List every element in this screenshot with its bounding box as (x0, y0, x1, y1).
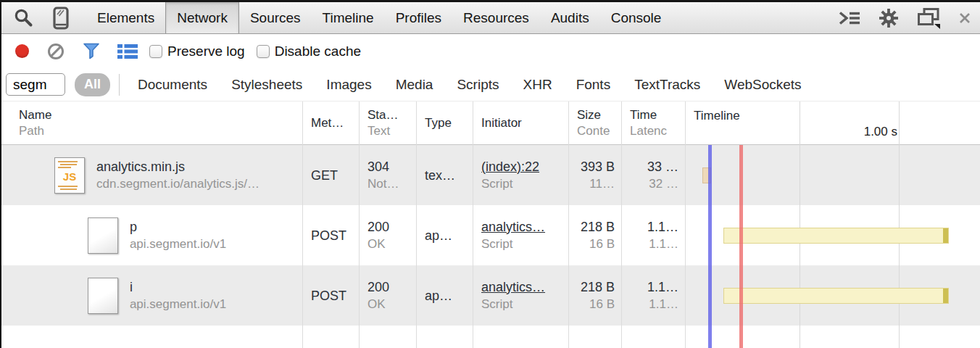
filter-separator (119, 74, 120, 96)
filter-scripts[interactable]: Scripts (457, 77, 499, 93)
request-path: cdn.segment.io/analytics.js/… (96, 175, 259, 193)
filter-media[interactable]: Media (396, 77, 433, 93)
column-header-status[interactable]: Sta… Text (359, 102, 416, 144)
initiator-cell: (index):22 Script (473, 145, 568, 205)
devtools-window: Elements Network Sources Timeline Profil… (0, 0, 980, 348)
column-header-type[interactable]: Type (416, 102, 473, 144)
tab-sources[interactable]: Sources (239, 2, 312, 33)
disable-cache-checkbox[interactable] (257, 45, 270, 58)
resource-rows-view-icon[interactable] (117, 44, 138, 59)
column-divider (302, 102, 303, 348)
status-cell: 200 OK (359, 265, 416, 326)
panel-tabs: Elements Network Sources Timeline Profil… (86, 2, 672, 33)
type-cell: ap… (416, 265, 473, 326)
preserve-log-control: Preserve log (149, 44, 245, 59)
tab-audits[interactable]: Audits (540, 2, 600, 33)
status-cell: 304 Not… (359, 145, 416, 205)
column-header-time[interactable]: Time Latenc (621, 102, 685, 144)
filter-websockets[interactable]: WebSockets (724, 77, 801, 93)
filter-funnel-icon[interactable] (83, 43, 100, 59)
request-name: i (130, 278, 226, 296)
column-header-method[interactable]: Met… (302, 102, 359, 144)
column-divider (568, 102, 569, 348)
tab-timeline[interactable]: Timeline (312, 2, 385, 33)
requests-table: Name Path Met… Sta… Text Type Initiator … (1, 102, 980, 348)
initiator-cell: analytics… Script (473, 265, 568, 326)
tab-network[interactable]: Network (165, 2, 239, 33)
clear-icon[interactable] (46, 42, 65, 61)
column-header-initiator[interactable]: Initiator (473, 102, 568, 144)
timeline-cell (685, 265, 980, 326)
device-mode-icon[interactable] (53, 7, 69, 30)
tab-elements[interactable]: Elements (86, 2, 165, 33)
main-toolbar: Elements Network Sources Timeline Profil… (1, 2, 980, 34)
timeline-cell (685, 145, 980, 205)
timeline-gridline (800, 102, 800, 348)
size-cell: 218 B 16 B (568, 265, 621, 326)
type-cell: ap… (416, 205, 473, 265)
method-cell: POST (302, 265, 359, 326)
dock-side-icon[interactable] (916, 7, 941, 29)
filter-input[interactable] (6, 73, 65, 96)
network-toolbar: Preserve log Disable cache (1, 34, 980, 68)
preserve-log-label[interactable]: Preserve log (167, 44, 245, 59)
load-event-line (739, 145, 743, 348)
preserve-log-checkbox[interactable] (149, 45, 162, 58)
search-icon[interactable] (13, 7, 34, 28)
timeline-bar[interactable] (723, 228, 949, 244)
timeline-cell (685, 205, 980, 265)
close-icon[interactable] (958, 12, 971, 25)
request-row-p[interactable]: p api.segment.io/v1 POST 200 OK ap… anal… (1, 205, 980, 265)
filter-all-pill[interactable]: All (75, 73, 110, 96)
request-path: api.segment.io/v1 (130, 296, 226, 313)
request-row-analytics[interactable]: JS analytics.min.js cdn.segment.io/analy… (1, 145, 980, 205)
method-cell: GET (302, 145, 359, 205)
filter-documents[interactable]: Documents (138, 77, 207, 93)
settings-gear-icon[interactable] (879, 8, 899, 28)
timeline-tick-label: 1.00 s (857, 125, 897, 139)
tab-resources[interactable]: Resources (452, 2, 540, 33)
dom-content-loaded-line (708, 145, 712, 348)
column-divider (416, 102, 417, 348)
column-header-timeline[interactable]: Timeline (685, 102, 980, 144)
initiator-cell: analytics… Script (473, 205, 568, 265)
column-divider (685, 102, 686, 348)
filter-xhr[interactable]: XHR (523, 77, 552, 93)
filter-texttracks[interactable]: TextTracks (634, 77, 700, 93)
column-header-size[interactable]: Size Conte (568, 102, 621, 144)
time-cell: 33 … 32 … (621, 145, 685, 205)
request-name: p (130, 218, 226, 236)
request-path: api.segment.io/v1 (130, 236, 226, 253)
record-button[interactable] (15, 44, 29, 58)
disable-cache-label[interactable]: Disable cache (275, 44, 361, 59)
tab-console[interactable]: Console (600, 2, 673, 33)
method-cell: POST (302, 205, 359, 265)
column-divider (359, 102, 360, 348)
column-divider (473, 102, 473, 348)
request-row-i[interactable]: i api.segment.io/v1 POST 200 OK ap… anal… (1, 265, 980, 326)
filter-images[interactable]: Images (326, 77, 371, 93)
status-cell: 200 OK (359, 205, 416, 265)
time-cell: 1.1… 1.1… (621, 265, 685, 326)
timeline-gridline (899, 102, 900, 348)
file-icon (88, 218, 118, 254)
table-header-row: Name Path Met… Sta… Text Type Initiator … (1, 102, 980, 145)
time-cell: 1.1… 1.1… (621, 205, 685, 265)
timeline-bar[interactable] (723, 288, 949, 304)
request-name: analytics.min.js (96, 158, 259, 175)
disable-cache-control: Disable cache (257, 44, 361, 59)
size-cell: 218 B 16 B (568, 205, 621, 265)
filter-stylesheets[interactable]: Stylesheets (231, 77, 302, 93)
tab-profiles[interactable]: Profiles (385, 2, 452, 33)
filter-bar: All Documents Stylesheets Images Media S… (1, 68, 980, 102)
size-cell: 393 B 11… (568, 145, 621, 205)
js-file-icon: JS (54, 157, 85, 194)
column-header-name[interactable]: Name Path (1, 102, 302, 144)
filter-fonts[interactable]: Fonts (576, 77, 611, 93)
initiator-link[interactable]: (index):22 (481, 158, 568, 175)
initiator-link[interactable]: analytics… (481, 278, 568, 296)
initiator-link[interactable]: analytics… (481, 218, 568, 236)
type-cell: tex… (416, 145, 473, 205)
column-divider (621, 102, 622, 348)
console-drawer-icon[interactable] (838, 9, 861, 27)
